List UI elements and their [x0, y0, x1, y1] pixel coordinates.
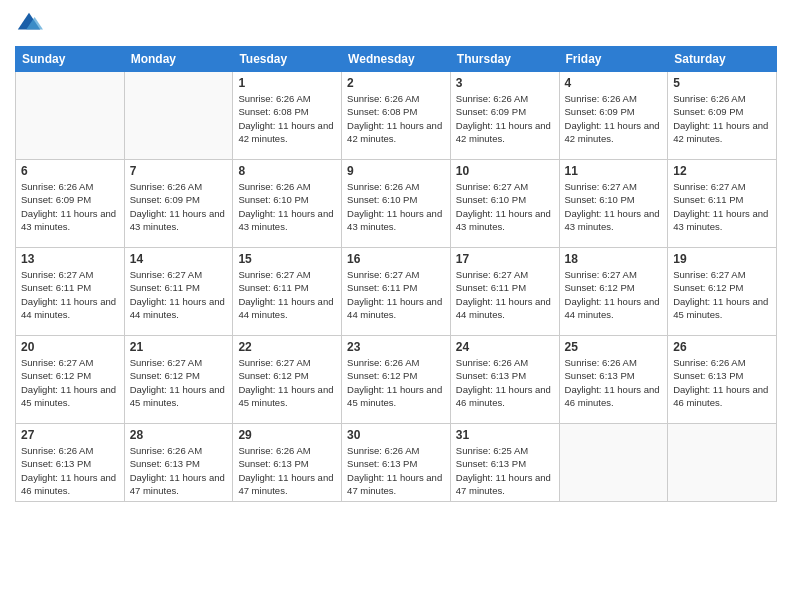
week-row-1: 1Sunrise: 6:26 AM Sunset: 6:08 PM Daylig…: [16, 72, 777, 160]
day-info: Sunrise: 6:26 AM Sunset: 6:09 PM Dayligh…: [456, 92, 554, 145]
cal-cell-31: 31Sunrise: 6:25 AM Sunset: 6:13 PM Dayli…: [450, 424, 559, 502]
day-info: Sunrise: 6:26 AM Sunset: 6:13 PM Dayligh…: [673, 356, 771, 409]
week-row-2: 6Sunrise: 6:26 AM Sunset: 6:09 PM Daylig…: [16, 160, 777, 248]
day-number: 23: [347, 340, 445, 354]
day-number: 2: [347, 76, 445, 90]
day-info: Sunrise: 6:26 AM Sunset: 6:09 PM Dayligh…: [673, 92, 771, 145]
day-info: Sunrise: 6:26 AM Sunset: 6:09 PM Dayligh…: [130, 180, 228, 233]
cal-cell-23: 23Sunrise: 6:26 AM Sunset: 6:12 PM Dayli…: [342, 336, 451, 424]
cal-cell-7: 7Sunrise: 6:26 AM Sunset: 6:09 PM Daylig…: [124, 160, 233, 248]
day-info: Sunrise: 6:27 AM Sunset: 6:12 PM Dayligh…: [673, 268, 771, 321]
day-info: Sunrise: 6:26 AM Sunset: 6:13 PM Dayligh…: [130, 444, 228, 497]
cal-cell-30: 30Sunrise: 6:26 AM Sunset: 6:13 PM Dayli…: [342, 424, 451, 502]
day-info: Sunrise: 6:26 AM Sunset: 6:13 PM Dayligh…: [238, 444, 336, 497]
cal-cell-5: 5Sunrise: 6:26 AM Sunset: 6:09 PM Daylig…: [668, 72, 777, 160]
cal-cell-16: 16Sunrise: 6:27 AM Sunset: 6:11 PM Dayli…: [342, 248, 451, 336]
day-info: Sunrise: 6:26 AM Sunset: 6:08 PM Dayligh…: [347, 92, 445, 145]
day-number: 17: [456, 252, 554, 266]
cal-cell-9: 9Sunrise: 6:26 AM Sunset: 6:10 PM Daylig…: [342, 160, 451, 248]
day-info: Sunrise: 6:26 AM Sunset: 6:09 PM Dayligh…: [21, 180, 119, 233]
weekday-header-thursday: Thursday: [450, 47, 559, 72]
day-info: Sunrise: 6:27 AM Sunset: 6:10 PM Dayligh…: [456, 180, 554, 233]
cal-cell-15: 15Sunrise: 6:27 AM Sunset: 6:11 PM Dayli…: [233, 248, 342, 336]
day-info: Sunrise: 6:26 AM Sunset: 6:13 PM Dayligh…: [456, 356, 554, 409]
day-number: 12: [673, 164, 771, 178]
cal-cell-27: 27Sunrise: 6:26 AM Sunset: 6:13 PM Dayli…: [16, 424, 125, 502]
week-row-4: 20Sunrise: 6:27 AM Sunset: 6:12 PM Dayli…: [16, 336, 777, 424]
day-number: 25: [565, 340, 663, 354]
cal-cell-empty-1: [124, 72, 233, 160]
cal-cell-29: 29Sunrise: 6:26 AM Sunset: 6:13 PM Dayli…: [233, 424, 342, 502]
day-info: Sunrise: 6:26 AM Sunset: 6:13 PM Dayligh…: [565, 356, 663, 409]
day-info: Sunrise: 6:27 AM Sunset: 6:11 PM Dayligh…: [456, 268, 554, 321]
day-number: 24: [456, 340, 554, 354]
cal-cell-2: 2Sunrise: 6:26 AM Sunset: 6:08 PM Daylig…: [342, 72, 451, 160]
cal-cell-empty-0: [16, 72, 125, 160]
day-info: Sunrise: 6:27 AM Sunset: 6:12 PM Dayligh…: [238, 356, 336, 409]
day-info: Sunrise: 6:27 AM Sunset: 6:10 PM Dayligh…: [565, 180, 663, 233]
day-info: Sunrise: 6:27 AM Sunset: 6:11 PM Dayligh…: [238, 268, 336, 321]
cal-cell-19: 19Sunrise: 6:27 AM Sunset: 6:12 PM Dayli…: [668, 248, 777, 336]
day-number: 8: [238, 164, 336, 178]
day-info: Sunrise: 6:26 AM Sunset: 6:09 PM Dayligh…: [565, 92, 663, 145]
day-number: 28: [130, 428, 228, 442]
cal-cell-10: 10Sunrise: 6:27 AM Sunset: 6:10 PM Dayli…: [450, 160, 559, 248]
day-number: 21: [130, 340, 228, 354]
cal-cell-26: 26Sunrise: 6:26 AM Sunset: 6:13 PM Dayli…: [668, 336, 777, 424]
day-number: 1: [238, 76, 336, 90]
day-info: Sunrise: 6:27 AM Sunset: 6:11 PM Dayligh…: [21, 268, 119, 321]
day-number: 7: [130, 164, 228, 178]
day-number: 27: [21, 428, 119, 442]
day-info: Sunrise: 6:26 AM Sunset: 6:13 PM Dayligh…: [347, 444, 445, 497]
day-info: Sunrise: 6:26 AM Sunset: 6:10 PM Dayligh…: [347, 180, 445, 233]
cal-cell-3: 3Sunrise: 6:26 AM Sunset: 6:09 PM Daylig…: [450, 72, 559, 160]
day-number: 11: [565, 164, 663, 178]
day-number: 9: [347, 164, 445, 178]
cal-cell-8: 8Sunrise: 6:26 AM Sunset: 6:10 PM Daylig…: [233, 160, 342, 248]
day-number: 10: [456, 164, 554, 178]
weekday-header-sunday: Sunday: [16, 47, 125, 72]
day-number: 4: [565, 76, 663, 90]
day-number: 16: [347, 252, 445, 266]
calendar-table: SundayMondayTuesdayWednesdayThursdayFrid…: [15, 46, 777, 502]
logo-icon: [15, 10, 43, 38]
logo: [15, 10, 47, 38]
cal-cell-22: 22Sunrise: 6:27 AM Sunset: 6:12 PM Dayli…: [233, 336, 342, 424]
day-number: 20: [21, 340, 119, 354]
weekday-header-friday: Friday: [559, 47, 668, 72]
week-row-3: 13Sunrise: 6:27 AM Sunset: 6:11 PM Dayli…: [16, 248, 777, 336]
cal-cell-14: 14Sunrise: 6:27 AM Sunset: 6:11 PM Dayli…: [124, 248, 233, 336]
day-number: 29: [238, 428, 336, 442]
week-row-5: 27Sunrise: 6:26 AM Sunset: 6:13 PM Dayli…: [16, 424, 777, 502]
cal-cell-20: 20Sunrise: 6:27 AM Sunset: 6:12 PM Dayli…: [16, 336, 125, 424]
cal-cell-28: 28Sunrise: 6:26 AM Sunset: 6:13 PM Dayli…: [124, 424, 233, 502]
weekday-header-wednesday: Wednesday: [342, 47, 451, 72]
cal-cell-empty-5: [559, 424, 668, 502]
day-info: Sunrise: 6:27 AM Sunset: 6:11 PM Dayligh…: [347, 268, 445, 321]
cal-cell-13: 13Sunrise: 6:27 AM Sunset: 6:11 PM Dayli…: [16, 248, 125, 336]
cal-cell-24: 24Sunrise: 6:26 AM Sunset: 6:13 PM Dayli…: [450, 336, 559, 424]
day-info: Sunrise: 6:27 AM Sunset: 6:11 PM Dayligh…: [130, 268, 228, 321]
cal-cell-11: 11Sunrise: 6:27 AM Sunset: 6:10 PM Dayli…: [559, 160, 668, 248]
weekday-header-saturday: Saturday: [668, 47, 777, 72]
day-number: 18: [565, 252, 663, 266]
cal-cell-4: 4Sunrise: 6:26 AM Sunset: 6:09 PM Daylig…: [559, 72, 668, 160]
cal-cell-empty-6: [668, 424, 777, 502]
cal-cell-17: 17Sunrise: 6:27 AM Sunset: 6:11 PM Dayli…: [450, 248, 559, 336]
day-number: 31: [456, 428, 554, 442]
day-info: Sunrise: 6:27 AM Sunset: 6:12 PM Dayligh…: [130, 356, 228, 409]
day-info: Sunrise: 6:27 AM Sunset: 6:12 PM Dayligh…: [565, 268, 663, 321]
day-number: 6: [21, 164, 119, 178]
day-number: 22: [238, 340, 336, 354]
day-number: 13: [21, 252, 119, 266]
page: SundayMondayTuesdayWednesdayThursdayFrid…: [0, 0, 792, 612]
day-number: 30: [347, 428, 445, 442]
cal-cell-1: 1Sunrise: 6:26 AM Sunset: 6:08 PM Daylig…: [233, 72, 342, 160]
day-number: 19: [673, 252, 771, 266]
day-number: 26: [673, 340, 771, 354]
day-info: Sunrise: 6:26 AM Sunset: 6:12 PM Dayligh…: [347, 356, 445, 409]
day-number: 5: [673, 76, 771, 90]
day-info: Sunrise: 6:26 AM Sunset: 6:13 PM Dayligh…: [21, 444, 119, 497]
cal-cell-25: 25Sunrise: 6:26 AM Sunset: 6:13 PM Dayli…: [559, 336, 668, 424]
day-info: Sunrise: 6:27 AM Sunset: 6:12 PM Dayligh…: [21, 356, 119, 409]
